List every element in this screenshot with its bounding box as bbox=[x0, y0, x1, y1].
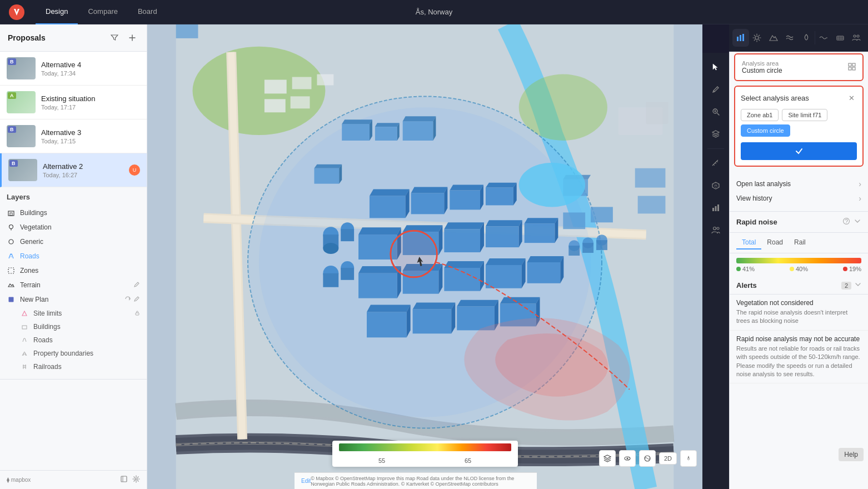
new-plan-edit-icon[interactable] bbox=[133, 296, 140, 304]
view-2d-button[interactable]: 2D bbox=[659, 452, 677, 465]
noise-label-green: 41% bbox=[736, 266, 755, 272]
open-last-analysis-link[interactable]: Open last analysis › bbox=[736, 177, 861, 191]
terrain-icon bbox=[7, 281, 16, 290]
proposal-thumb: A bbox=[7, 91, 36, 113]
help-icon[interactable] bbox=[842, 217, 850, 227]
layer-label: Zones bbox=[20, 267, 38, 275]
layer-vegetation[interactable]: Vegetation bbox=[7, 220, 140, 234]
app-logo[interactable] bbox=[9, 4, 24, 20]
alerts-expand-icon[interactable] bbox=[855, 281, 861, 290]
chart-tool[interactable] bbox=[706, 198, 726, 218]
proposal-alternative4[interactable]: B Alternative 4 Today, 17:34 bbox=[0, 52, 147, 86]
alert-item-accuracy: Rapid noise analysis may not be accurate… bbox=[730, 331, 868, 384]
share-ctrl-button[interactable] bbox=[639, 450, 656, 467]
nav-tab-design[interactable]: Design bbox=[36, 0, 78, 24]
svg-rect-14 bbox=[717, 204, 719, 211]
svg-rect-1 bbox=[10, 213, 12, 216]
proposal-alternative2[interactable]: B Alternative 2 Today, 16:27 U bbox=[0, 153, 147, 187]
nav-tab-compare[interactable]: Compare bbox=[78, 0, 127, 24]
pencil-tool[interactable] bbox=[706, 79, 726, 99]
solar-panel-icon[interactable] bbox=[832, 29, 849, 47]
cube-tool[interactable] bbox=[706, 176, 726, 196]
bar-chart-icon[interactable] bbox=[732, 29, 749, 47]
svg-rect-71 bbox=[486, 265, 522, 288]
svg-rect-109 bbox=[635, 168, 666, 188]
zone-ab1-button[interactable]: Zone ab1 bbox=[741, 109, 779, 121]
svg-point-112 bbox=[393, 233, 435, 275]
svg-rect-104 bbox=[568, 246, 580, 256]
mapbox-logo: ⧫ mapbox bbox=[7, 477, 31, 483]
filter-icon[interactable] bbox=[108, 31, 121, 44]
layer-generic[interactable]: Generic bbox=[7, 234, 140, 249]
railroad-icon bbox=[20, 362, 29, 371]
people-tool[interactable] bbox=[706, 220, 726, 240]
close-select-analysis-button[interactable]: ✕ bbox=[846, 92, 857, 103]
edit-label[interactable]: Edit bbox=[301, 478, 311, 484]
proposal-existing[interactable]: A Existing situation Today, 17:17 bbox=[0, 86, 147, 119]
svg-point-133 bbox=[857, 35, 859, 37]
nav-tab-board[interactable]: Board bbox=[128, 0, 167, 24]
zoom-tool[interactable] bbox=[706, 102, 726, 122]
noise-tab-total[interactable]: Total bbox=[736, 236, 761, 250]
layers-ctrl-button[interactable] bbox=[599, 450, 616, 467]
svg-marker-87 bbox=[500, 297, 540, 304]
bottom-bar: Edit © Mapbox © OpenStreetMap Improve th… bbox=[295, 472, 537, 489]
cursor-tool[interactable] bbox=[706, 57, 726, 77]
site-limit-button[interactable]: Site limit f71 bbox=[782, 109, 827, 121]
edit-terrain-icon[interactable] bbox=[133, 281, 140, 290]
sublayer-buildings[interactable]: Buildings bbox=[7, 320, 140, 333]
svg-rect-137 bbox=[852, 67, 855, 70]
sublayer-railroads[interactable]: Railroads bbox=[7, 360, 140, 373]
compass-button[interactable] bbox=[680, 450, 697, 467]
sublayer-label: Property boundaries bbox=[33, 350, 93, 357]
right-toolbar bbox=[729, 24, 868, 52]
layers-tool[interactable] bbox=[706, 124, 726, 144]
noise-bar: 41% 40% 19% bbox=[736, 258, 861, 272]
confirm-selection-button[interactable] bbox=[741, 142, 857, 160]
new-plan-sync-icon[interactable] bbox=[124, 296, 131, 304]
book-icon[interactable] bbox=[120, 475, 128, 485]
noise-tab-road[interactable]: Road bbox=[761, 236, 789, 250]
select-analysis-panel: Select analysis areas ✕ Zone ab1 Site li… bbox=[734, 86, 864, 167]
sublayer-site-limits[interactable]: Site limits bbox=[7, 307, 140, 320]
analysis-area-icons bbox=[848, 63, 856, 72]
action-links: Open last analysis › View history › bbox=[730, 171, 868, 212]
right-panel: Analysis area Custom circle Select analy… bbox=[729, 49, 868, 489]
sublayer-label: Roads bbox=[33, 336, 53, 344]
sun-icon[interactable] bbox=[749, 29, 766, 47]
svg-rect-93 bbox=[341, 229, 354, 241]
svg-point-15 bbox=[714, 227, 716, 230]
proposal-alternative3[interactable]: B Alternative 3 Today, 17:15 bbox=[0, 119, 147, 153]
wind-icon[interactable] bbox=[782, 29, 799, 47]
layer-buildings[interactable]: Buildings bbox=[7, 206, 140, 220]
wave-icon[interactable] bbox=[815, 29, 832, 47]
new-plan-header[interactable]: New Plan bbox=[7, 292, 140, 307]
people-icon[interactable] bbox=[848, 29, 865, 47]
sublayer-property[interactable]: Property boundaries bbox=[7, 347, 140, 360]
help-button[interactable]: Help bbox=[839, 448, 864, 461]
layers-title: Layers bbox=[7, 193, 140, 201]
custom-circle-button[interactable]: Custom circle bbox=[741, 124, 790, 137]
map-area[interactable]: 55 65 2D Edit © Mapbox © OpenStreetMap I… bbox=[147, 24, 702, 489]
settings-icon[interactable] bbox=[132, 475, 140, 485]
add-proposal-button[interactable] bbox=[126, 31, 139, 44]
flame-icon[interactable] bbox=[799, 29, 815, 47]
layer-roads[interactable]: Roads bbox=[7, 249, 140, 263]
layer-terrain[interactable]: Terrain bbox=[7, 278, 140, 292]
noise-tab-rail[interactable]: Rail bbox=[789, 236, 811, 250]
expand-icon[interactable] bbox=[854, 217, 861, 227]
svg-rect-136 bbox=[849, 67, 851, 70]
grid-icon[interactable] bbox=[848, 63, 856, 72]
sublayer-label: Site limits bbox=[33, 310, 62, 317]
view-history-link[interactable]: View history › bbox=[736, 191, 861, 206]
sublayer-roads[interactable]: Roads bbox=[7, 333, 140, 347]
proposal-time: Today, 17:17 bbox=[41, 104, 140, 111]
svg-rect-53 bbox=[444, 229, 480, 252]
eye-ctrl-button[interactable] bbox=[619, 450, 636, 467]
mountain-icon[interactable] bbox=[765, 29, 782, 47]
svg-point-130 bbox=[755, 36, 759, 39]
new-plan-icon bbox=[7, 295, 16, 304]
layer-zones[interactable]: Zones bbox=[7, 263, 140, 278]
measure-tool[interactable] bbox=[706, 153, 726, 173]
svg-point-132 bbox=[854, 35, 856, 37]
